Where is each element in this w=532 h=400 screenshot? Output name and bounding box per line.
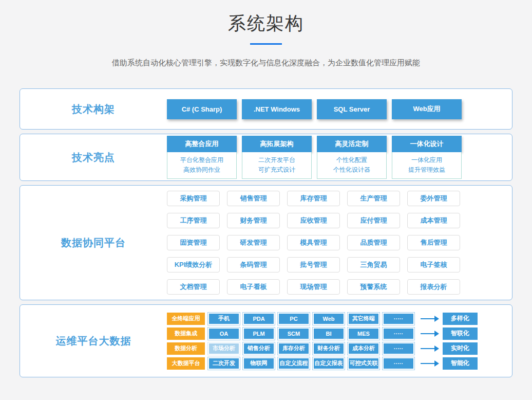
module-button[interactable]: 电子签核 — [407, 257, 460, 272]
module-button[interactable]: 品质管理 — [347, 235, 400, 250]
panels-container: 技术构架 C# (C Sharp) .NET Windows SQL Serve… — [20, 88, 512, 377]
bigdata-chip[interactable]: SCM — [278, 328, 310, 340]
bigdata-chip[interactable]: PDA — [243, 313, 275, 325]
module-button[interactable]: 批号管理 — [287, 257, 340, 272]
module-button[interactable]: 应收管理 — [287, 213, 340, 228]
bigdata-chip[interactable]: 销售分析 — [243, 342, 275, 355]
bigdata-chip[interactable]: 自定义流程 — [278, 357, 310, 370]
bigdata-chip[interactable]: MES — [348, 328, 379, 340]
bigdata-category: 全终端应用 — [167, 313, 205, 325]
module-button[interactable]: 文档管理 — [167, 279, 220, 295]
bigdata-rows: 全终端应用 手机 PDA PC Web 其它终端 ····· 多样化 数据集成 … — [167, 313, 478, 370]
module-button[interactable]: 电子看板 — [227, 279, 280, 295]
module-button[interactable]: 生产管理 — [347, 191, 400, 206]
module-button[interactable]: 工序管理 — [167, 213, 220, 228]
highlight-card-body: 平台化整合应用 高效协同作业 — [167, 152, 237, 179]
highlight-card: 高拓展架构 二次开发平台 可扩充式设计 — [242, 136, 312, 179]
bigdata-chip-ellipsis[interactable]: ····· — [383, 313, 414, 325]
tech-button-csharp[interactable]: C# (C Sharp) — [167, 99, 237, 119]
page: 系统架构 借助系统自动化核心管理引擎，实现数字化与信息化深度融合，为企业数值化管… — [0, 0, 532, 400]
module-button[interactable]: 条码管理 — [227, 257, 280, 272]
highlights-label: 技术亮点 — [72, 152, 115, 163]
bigdata-chip[interactable]: 库存分析 — [278, 342, 310, 355]
bigdata-result[interactable]: 实时化 — [443, 342, 478, 355]
bigdata-row-platform: 大数据平台 二次开发 物联网 自定义流程 自定义报表 可控式关联 ····· 智… — [167, 357, 478, 370]
module-button[interactable]: 委外管理 — [407, 191, 460, 206]
module-button[interactable]: 销售管理 — [227, 191, 280, 206]
platform-panel: 数据协同平台 采购管理 销售管理 库存管理 生产管理 委外管理 工序管理 财务管… — [20, 185, 512, 300]
highlight-card-line: 一体化应用 — [393, 155, 460, 165]
bigdata-category: 数据集成 — [167, 328, 205, 340]
bigdata-chip[interactable]: 财务分析 — [313, 342, 345, 355]
bigdata-row-integration: 数据集成 OA PLM SCM BI MES ····· 智联化 — [167, 328, 478, 340]
bigdata-panel: 运维平台大数据 全终端应用 手机 PDA PC Web 其它终端 ····· 多… — [20, 304, 512, 377]
module-button[interactable]: 报表分析 — [407, 279, 460, 295]
bigdata-row-analysis: 数据分析 市场分析 销售分析 库存分析 财务分析 成本分析 ····· 实时化 — [167, 342, 478, 355]
module-button[interactable]: 售后管理 — [407, 235, 460, 250]
highlight-card-title: 高整合应用 — [167, 136, 237, 152]
page-subtitle: 借助系统自动化核心管理引擎，实现数字化与信息化深度融合，为企业数值化管理应用赋能 — [0, 58, 532, 68]
platform-label-col: 数据协同平台 — [20, 236, 167, 250]
right-arrow-icon — [421, 316, 439, 322]
tech-button-dotnet[interactable]: .NET Windows — [242, 99, 312, 119]
bigdata-result[interactable]: 智联化 — [443, 328, 478, 340]
module-button[interactable]: 财务管理 — [227, 213, 280, 228]
bigdata-chip[interactable]: PLM — [243, 328, 275, 340]
module-button[interactable]: 现场管理 — [287, 279, 340, 295]
bigdata-chip[interactable]: BI — [313, 328, 345, 340]
bigdata-chip[interactable]: 成本分析 — [348, 342, 379, 355]
module-button[interactable]: 库存管理 — [287, 191, 340, 206]
right-arrow-icon — [421, 360, 439, 367]
module-grid: 采购管理 销售管理 库存管理 生产管理 委外管理 工序管理 财务管理 应收管理 … — [167, 191, 460, 295]
highlight-card-line: 二次开发平台 — [243, 155, 310, 165]
module-button[interactable]: 成本管理 — [407, 213, 460, 228]
bigdata-chip[interactable]: 其它终端 — [348, 313, 379, 325]
bigdata-label: 运维平台大数据 — [56, 335, 131, 347]
bigdata-chip[interactable]: 自定义报表 — [313, 357, 345, 370]
highlight-card: 高灵活定制 个性化配置 个性化设计器 — [317, 136, 387, 179]
highlight-card-title: 高拓展架构 — [242, 136, 312, 152]
bigdata-chip[interactable]: Web — [313, 313, 345, 325]
right-arrow-icon — [421, 331, 439, 337]
title-underline — [250, 43, 282, 45]
highlight-card-line: 提升管理效益 — [393, 165, 460, 175]
tech-stack-buttons: C# (C Sharp) .NET Windows SQL Server Web… — [167, 99, 462, 119]
module-button[interactable]: 固资管理 — [167, 235, 220, 250]
tech-button-webapp[interactable]: Web应用 — [392, 99, 462, 119]
bigdata-result[interactable]: 多样化 — [443, 313, 478, 325]
highlight-cards: 高整合应用 平台化整合应用 高效协同作业 高拓展架构 二次开发平台 可扩充式设计… — [167, 136, 462, 179]
module-button[interactable]: KPI绩效分析 — [167, 257, 220, 272]
module-button[interactable]: 预警系统 — [347, 279, 400, 295]
platform-label: 数据协同平台 — [61, 237, 126, 248]
bigdata-chip[interactable]: 二次开发 — [208, 357, 240, 370]
bigdata-chip[interactable]: OA — [208, 328, 240, 340]
highlight-card-title: 高灵活定制 — [317, 136, 387, 152]
bigdata-chip-ellipsis[interactable]: ····· — [383, 328, 414, 340]
highlight-card-body: 一体化应用 提升管理效益 — [392, 152, 462, 179]
module-button[interactable]: 模具管理 — [287, 235, 340, 250]
highlight-card-body: 个性化配置 个性化设计器 — [317, 152, 387, 179]
bigdata-chip[interactable]: PC — [278, 313, 310, 325]
bigdata-chip-ellipsis[interactable]: ····· — [383, 357, 414, 370]
highlight-card-line: 可扩充式设计 — [243, 165, 310, 175]
bigdata-row-terminals: 全终端应用 手机 PDA PC Web 其它终端 ····· 多样化 — [167, 313, 478, 325]
highlight-card-line: 平台化整合应用 — [168, 155, 235, 165]
bigdata-chip-ellipsis[interactable]: ····· — [383, 342, 414, 355]
bigdata-category: 大数据平台 — [167, 357, 205, 370]
highlight-card-body: 二次开发平台 可扩充式设计 — [242, 152, 312, 179]
bigdata-result[interactable]: 智能化 — [443, 357, 478, 370]
bigdata-chip[interactable]: 市场分析 — [208, 342, 240, 355]
right-arrow-icon — [421, 346, 439, 352]
highlight-card-title: 一体化设计 — [392, 136, 462, 152]
bigdata-chip[interactable]: 物联网 — [243, 357, 275, 370]
bigdata-chip[interactable]: 可控式关联 — [348, 357, 379, 370]
highlight-card: 一体化设计 一体化应用 提升管理效益 — [392, 136, 462, 179]
module-button[interactable]: 采购管理 — [167, 191, 220, 206]
tech-button-sqlserver[interactable]: SQL Server — [317, 99, 387, 119]
bigdata-chip[interactable]: 手机 — [208, 313, 240, 325]
bigdata-category: 数据分析 — [167, 342, 205, 355]
module-button[interactable]: 研发管理 — [227, 235, 280, 250]
highlights-label-col: 技术亮点 — [20, 151, 167, 165]
module-button[interactable]: 应付管理 — [347, 213, 400, 228]
module-button[interactable]: 三角贸易 — [347, 257, 400, 272]
